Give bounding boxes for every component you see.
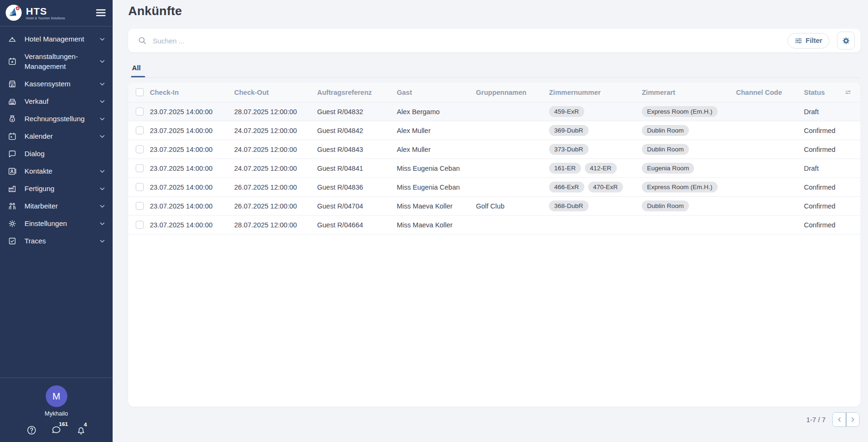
table-row[interactable]: 23.07.2025 14:00:00 24.07.2025 12:00:00 …	[128, 121, 860, 140]
hamburger-menu-icon[interactable]	[95, 7, 107, 19]
sidebar-item-mitarbeiter[interactable]: Mitarbeiter	[0, 197, 113, 215]
avatar[interactable]: M	[46, 385, 67, 407]
help-icon[interactable]	[26, 425, 37, 435]
cell-check-out: 26.07.2025 12:00:00	[234, 202, 317, 210]
sidebar-item-kontakte[interactable]: Kontakte	[0, 162, 113, 180]
table-row[interactable]: 23.07.2025 14:00:00 28.07.2025 12:00:00 …	[128, 102, 860, 121]
sidebar-item-label: Kontakte	[25, 166, 91, 176]
sidebar-item-rechnungsstellung[interactable]: $ Rechnungsstellung	[0, 110, 113, 127]
cell-check-out: 28.07.2025 12:00:00	[234, 221, 317, 229]
sidebar-item-label: Hotel Management	[25, 34, 91, 44]
row-checkbox[interactable]	[136, 164, 144, 172]
chevron-right-icon	[849, 416, 856, 423]
sidebar-item-label: Mitarbeiter	[25, 201, 91, 211]
cell-auftragsreferenz: Guest R/04841	[317, 165, 397, 172]
row-checkbox[interactable]	[136, 108, 144, 116]
chevron-down-icon	[98, 133, 106, 140]
logo-row: HTS Hotel & Tourism Solutions	[0, 0, 113, 26]
table-row[interactable]: 23.07.2025 14:00:00 26.07.2025 12:00:00 …	[128, 178, 860, 197]
chat-icon[interactable]: 161	[51, 425, 62, 435]
chat-bubble-icon	[8, 149, 17, 158]
cell-auftragsreferenz: Guest R/04836	[317, 183, 397, 191]
sidebar-item-kassensystem[interactable]: Kassensystem	[0, 75, 113, 92]
sidebar-item-fertigung[interactable]: Fertigung	[0, 180, 113, 197]
sidebar-item-label: Traces	[25, 236, 91, 246]
room-type-pill: Dublin Room	[642, 125, 689, 136]
row-checkbox[interactable]	[136, 202, 144, 210]
app-logo: HTS Hotel & Tourism Solutions	[5, 4, 65, 22]
room-number-pill: 459-ExR	[549, 106, 584, 117]
sidebar-item-kalender[interactable]: Kalender	[0, 127, 113, 145]
cell-gast: Miss Maeva Koller	[397, 202, 476, 210]
cell-check-out: 24.07.2025 12:00:00	[234, 127, 317, 134]
pagination: 1-7 / 7	[128, 412, 860, 427]
chevron-down-icon	[98, 167, 106, 175]
sidebar-item-verkauf[interactable]: Verkauf	[0, 92, 113, 110]
sidebar-item-label: Kassensystem	[25, 79, 91, 89]
search-input[interactable]	[153, 37, 782, 45]
cell-auftragsreferenz: Guest R/04832	[317, 108, 397, 116]
sidebar-menu: Hotel Management Veranstaltungen-Managem…	[0, 26, 113, 250]
chevron-down-icon	[98, 58, 106, 65]
row-checkbox[interactable]	[136, 221, 144, 229]
tab-bar: All	[128, 64, 860, 78]
table-row[interactable]: 23.07.2025 14:00:00 26.07.2025 12:00:00 …	[128, 197, 860, 216]
cell-status: Confirmed	[804, 221, 842, 229]
cell-zimmerart: Eugenia Room	[642, 163, 736, 174]
chat-badge: 161	[59, 421, 68, 427]
sidebar-item-label: Einstellungen	[25, 218, 91, 228]
sidebar-item-label: Dialog	[25, 149, 91, 158]
cell-zimmerart: Dublin Room	[642, 200, 736, 211]
gear-icon	[842, 36, 851, 45]
room-type-pill: Eugenia Room	[642, 163, 694, 174]
cell-check-in: 23.07.2025 14:00:00	[150, 202, 234, 210]
row-checkbox[interactable]	[136, 183, 144, 191]
row-checkbox[interactable]	[136, 145, 144, 153]
chevron-down-icon	[98, 220, 106, 227]
cell-auftragsreferenz: Guest R/04664	[317, 221, 397, 229]
cell-gast: Miss Maeva Koller	[397, 221, 476, 229]
cell-check-out: 24.07.2025 12:00:00	[234, 165, 317, 172]
cell-check-out: 26.07.2025 12:00:00	[234, 183, 317, 191]
logo-text: HTS Hotel & Tourism Solutions	[26, 6, 65, 20]
svg-text:$: $	[11, 118, 13, 121]
prev-page-button[interactable]	[833, 413, 846, 426]
brand-tagline: Hotel & Tourism Solutions	[26, 17, 65, 20]
calendar-star-icon	[8, 57, 17, 66]
filter-button[interactable]: Filter	[787, 33, 829, 49]
next-page-button[interactable]	[846, 413, 859, 426]
sidebar-item-veranstaltungen-management[interactable]: Veranstaltungen-Management	[0, 48, 113, 75]
cloche-icon	[8, 34, 17, 44]
brand-name: HTS	[26, 6, 65, 17]
contact-card-icon	[8, 167, 17, 176]
cell-zimmernummer: 459-ExR	[549, 106, 642, 117]
active-tab-indicator	[131, 76, 145, 77]
table-row[interactable]: 23.07.2025 14:00:00 24.07.2025 12:00:00 …	[128, 140, 860, 159]
cell-zimmerart: Dublin Room	[642, 144, 736, 155]
room-number-pill: 161-ER	[549, 163, 581, 174]
cell-check-out: 24.07.2025 12:00:00	[234, 146, 317, 153]
room-number-pill: 369-DubR	[549, 125, 589, 136]
sidebar-item-dialog[interactable]: Dialog	[0, 145, 113, 162]
cell-gruppennamen: Golf Club	[476, 202, 549, 210]
select-all-checkbox[interactable]	[136, 88, 144, 96]
row-checkbox[interactable]	[136, 126, 144, 134]
col-header-auftragsreferenz: Auftragsreferenz	[317, 89, 397, 96]
cell-zimmernummer: 373-DubR	[549, 144, 642, 155]
cell-status: Confirmed	[804, 127, 842, 134]
bell-icon[interactable]: 4	[76, 425, 86, 435]
table-row[interactable]: 23.07.2025 14:00:00 24.07.2025 12:00:00 …	[128, 159, 860, 178]
tab-all[interactable]: All	[128, 64, 142, 77]
room-type-pill: Dublin Room	[642, 144, 689, 155]
table-row[interactable]: 23.07.2025 14:00:00 28.07.2025 12:00:00 …	[128, 216, 860, 234]
sidebar-item-traces[interactable]: Traces	[0, 232, 113, 250]
room-number-pill: 470-ExR	[588, 182, 623, 192]
storefront-icon	[8, 79, 17, 89]
sidebar-item-hotel-management[interactable]: Hotel Management	[0, 30, 113, 48]
column-settings-icon[interactable]	[842, 88, 860, 96]
table-settings-button[interactable]	[837, 32, 855, 50]
sidebar-item-einstellungen[interactable]: Einstellungen	[0, 215, 113, 232]
user-section: M Mykhailo 161 4	[0, 377, 113, 442]
cell-zimmernummer: 369-DubR	[549, 125, 642, 136]
col-header-gruppennamen: Gruppennamen	[476, 89, 549, 96]
